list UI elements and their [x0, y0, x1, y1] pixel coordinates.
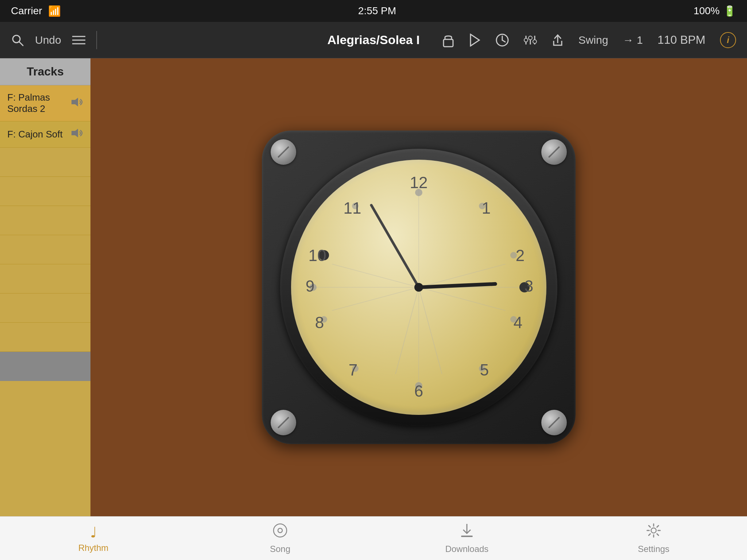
track-item[interactable]: F: Palmas Sordas 2 — [0, 85, 90, 121]
toolbar-title: Alegrias/Solea I — [327, 33, 419, 47]
empty-track — [0, 148, 90, 177]
battery-label: 100% — [693, 5, 720, 17]
svg-point-13 — [524, 38, 528, 42]
svg-rect-60 — [461, 536, 473, 537]
tab-song[interactable]: Song — [187, 517, 374, 560]
main-content: Tracks F: Palmas Sordas 2 F: Cajon Soft — [0, 58, 747, 516]
toolbar: Undo Alegrias/Solea I — [0, 22, 747, 58]
svg-point-57 — [414, 283, 423, 292]
svg-text:6: 6 — [414, 382, 423, 400]
rhythm-icon: ♩ — [90, 524, 97, 541]
empty-track — [0, 264, 90, 293]
share-button[interactable] — [551, 33, 564, 47]
tab-song-label: Song — [270, 544, 290, 554]
search-button[interactable] — [11, 34, 24, 47]
svg-text:10: 10 — [309, 246, 326, 264]
battery-icon: 🔋 — [723, 5, 736, 17]
svg-text:7: 7 — [349, 361, 357, 379]
status-right: 100% 🔋 — [693, 5, 736, 17]
svg-text:9: 9 — [306, 277, 314, 295]
svg-marker-6 — [471, 34, 479, 46]
svg-line-1 — [19, 42, 23, 46]
svg-marker-18 — [71, 129, 78, 137]
svg-text:12: 12 — [410, 174, 428, 191]
svg-rect-5 — [444, 39, 453, 47]
bpm-display[interactable]: 110 BPM — [657, 33, 705, 47]
svg-text:3: 3 — [525, 277, 533, 295]
clock-outer-ring: 12 1 2 3 4 5 6 7 8 9 10 11 — [280, 149, 557, 426]
clock-container[interactable]: 12 1 2 3 4 5 6 7 8 9 10 11 — [262, 131, 576, 444]
info-button[interactable]: i — [720, 32, 736, 48]
svg-point-62 — [651, 528, 656, 533]
sidebar-footer — [0, 352, 90, 381]
status-left: Carrier 📶 — [11, 5, 61, 17]
svg-line-27 — [332, 232, 419, 319]
svg-point-59 — [278, 528, 282, 533]
svg-text:2: 2 — [516, 246, 525, 264]
svg-text:1: 1 — [482, 199, 491, 217]
svg-marker-17 — [71, 98, 78, 106]
play-button[interactable] — [469, 34, 481, 47]
svg-text:4: 4 — [514, 314, 522, 331]
empty-track — [0, 235, 90, 264]
sidebar: Tracks F: Palmas Sordas 2 F: Cajon Soft — [0, 58, 90, 516]
svg-point-15 — [533, 40, 537, 43]
svg-text:5: 5 — [480, 361, 489, 379]
tab-downloads[interactable]: Downloads — [374, 517, 560, 560]
svg-line-30 — [364, 287, 450, 374]
track-sound-icon[interactable] — [70, 128, 83, 141]
empty-track — [0, 323, 90, 352]
arrow-label[interactable]: → 1 — [623, 34, 643, 46]
status-bar: Carrier 📶 2:55 PM 100% 🔋 — [0, 0, 747, 22]
toolbar-left: Undo — [11, 31, 97, 49]
svg-point-58 — [274, 524, 287, 537]
mixer-button[interactable] — [524, 34, 537, 47]
settings-icon — [646, 522, 662, 542]
tab-rhythm[interactable]: ♩ Rhythm — [0, 517, 187, 560]
wifi-icon: 📶 — [48, 5, 61, 17]
empty-track — [0, 206, 90, 235]
track-sound-icon[interactable] — [70, 97, 83, 110]
svg-text:8: 8 — [315, 314, 324, 331]
svg-line-21 — [419, 256, 506, 342]
svg-line-29 — [387, 287, 474, 374]
toolbar-right: Swing → 1 110 BPM i — [442, 32, 736, 48]
track-name: F: Palmas Sordas 2 — [7, 92, 66, 114]
toolbar-divider — [96, 31, 97, 49]
song-icon — [272, 522, 288, 542]
sidebar-title: Tracks — [0, 58, 90, 85]
clock-button[interactable] — [495, 33, 509, 47]
svg-line-55 — [371, 205, 419, 287]
svg-point-14 — [529, 36, 532, 40]
tab-settings[interactable]: Settings — [560, 517, 747, 560]
empty-track — [0, 177, 90, 206]
swing-label: Swing — [578, 34, 608, 46]
svg-text:11: 11 — [344, 199, 361, 217]
track-name: F: Cajon Soft — [7, 129, 66, 140]
status-time: 2:55 PM — [358, 5, 396, 17]
clock-area: 12 1 2 3 4 5 6 7 8 9 10 11 — [90, 58, 747, 516]
lock-button[interactable] — [442, 33, 454, 47]
svg-line-26 — [332, 256, 419, 342]
tab-downloads-label: Downloads — [445, 544, 489, 554]
tab-bar: ♩ Rhythm Song Downloads Setting — [0, 516, 747, 560]
empty-track — [0, 293, 90, 323]
undo-button[interactable]: Undo — [35, 34, 61, 46]
svg-line-20 — [419, 232, 506, 319]
tab-rhythm-label: Rhythm — [78, 543, 109, 553]
carrier-label: Carrier — [11, 5, 42, 17]
menu-button[interactable] — [72, 35, 85, 45]
downloads-icon — [459, 522, 475, 542]
track-item[interactable]: F: Cajon Soft — [0, 121, 90, 148]
svg-line-9 — [502, 40, 505, 42]
clock-face: 12 1 2 3 4 5 6 7 8 9 10 11 — [291, 160, 546, 415]
tab-settings-label: Settings — [638, 544, 670, 554]
